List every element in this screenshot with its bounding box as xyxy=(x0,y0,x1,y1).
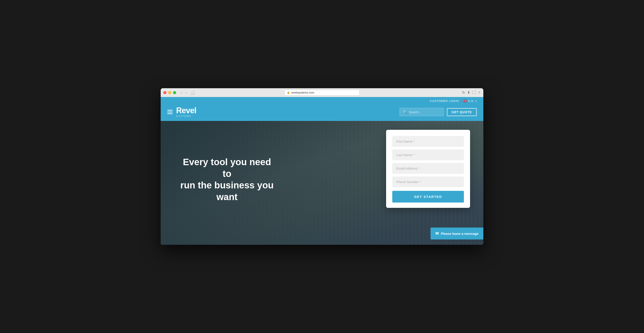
sidebar-toggle-button[interactable]: ⬜ xyxy=(190,90,195,95)
share-button[interactable]: ⬆ xyxy=(467,90,470,95)
search-input[interactable] xyxy=(409,110,440,114)
url-text: revelsystems.com xyxy=(291,91,314,94)
header-main: Revel SYSTEMS 🔍 GET QUOTE xyxy=(167,104,477,121)
header-top: CUSTOMER LOGIN 🇬🇧 U.K. ▾ xyxy=(167,97,477,104)
get-quote-button[interactable]: GET QUOTE xyxy=(447,108,477,116)
browser-window: ‹ › ⬜ 🔒 revelsystems.com ↻ ⬆ ⛶ + CUSTOME… xyxy=(161,88,483,245)
maximize-button[interactable] xyxy=(173,91,176,94)
logo-text: Revel xyxy=(176,107,196,115)
customer-login-link[interactable]: CUSTOMER LOGIN xyxy=(430,99,459,103)
reload-button[interactable]: ↻ xyxy=(462,90,465,95)
hero-content: Every tool you need to run the business … xyxy=(161,121,293,203)
contact-form: GET STARTED xyxy=(386,130,470,208)
hamburger-line xyxy=(167,110,172,111)
window-controls xyxy=(163,91,176,94)
email-field[interactable] xyxy=(392,163,464,174)
back-button[interactable]: ‹ xyxy=(180,90,184,95)
hamburger-menu[interactable] xyxy=(167,110,172,114)
envelope-icon: ✉ xyxy=(435,231,439,236)
header-right: 🔍 GET QUOTE xyxy=(400,108,477,116)
logo[interactable]: Revel SYSTEMS xyxy=(176,107,196,117)
search-box[interactable]: 🔍 xyxy=(400,108,444,116)
address-bar[interactable]: 🔒 revelsystems.com xyxy=(284,90,360,96)
region-selector[interactable]: 🇬🇧 U.K. ▾ xyxy=(462,99,477,103)
search-icon: 🔍 xyxy=(403,110,407,114)
first-name-field[interactable] xyxy=(392,136,464,147)
get-started-button[interactable]: GET STARTED xyxy=(392,191,464,203)
region-label: U.K. xyxy=(468,99,474,103)
last-name-field[interactable] xyxy=(392,149,464,160)
chevron-down-icon: ▾ xyxy=(476,100,477,102)
site-header: CUSTOMER LOGIN 🇬🇧 U.K. ▾ Revel SYSTEMS 🔍 xyxy=(161,97,483,121)
minimize-button[interactable] xyxy=(168,91,171,94)
phone-field[interactable] xyxy=(392,176,464,187)
forward-button[interactable]: › xyxy=(184,90,188,95)
hero-section: Every tool you need to run the business … xyxy=(161,121,483,245)
toolbar-actions: ↻ ⬆ ⛶ + xyxy=(462,90,481,95)
lock-icon: 🔒 xyxy=(287,91,290,94)
logo-sub: SYSTEMS xyxy=(176,115,196,117)
close-button[interactable] xyxy=(163,91,166,94)
uk-flag-icon: 🇬🇧 xyxy=(462,99,467,103)
leave-message-label: Please leave a message xyxy=(441,232,478,235)
hamburger-line xyxy=(167,113,172,114)
leave-message-button[interactable]: ✉ Please leave a message xyxy=(430,227,483,239)
nav-buttons: ‹ › xyxy=(180,90,188,95)
new-tab-button[interactable]: + xyxy=(478,90,481,95)
hero-title: Every tool you need to run the business … xyxy=(178,156,276,203)
titlebar: ‹ › ⬜ 🔒 revelsystems.com ↻ ⬆ ⛶ + xyxy=(161,88,483,97)
fullscreen-button[interactable]: ⛶ xyxy=(472,91,476,95)
hamburger-line xyxy=(167,112,172,112)
